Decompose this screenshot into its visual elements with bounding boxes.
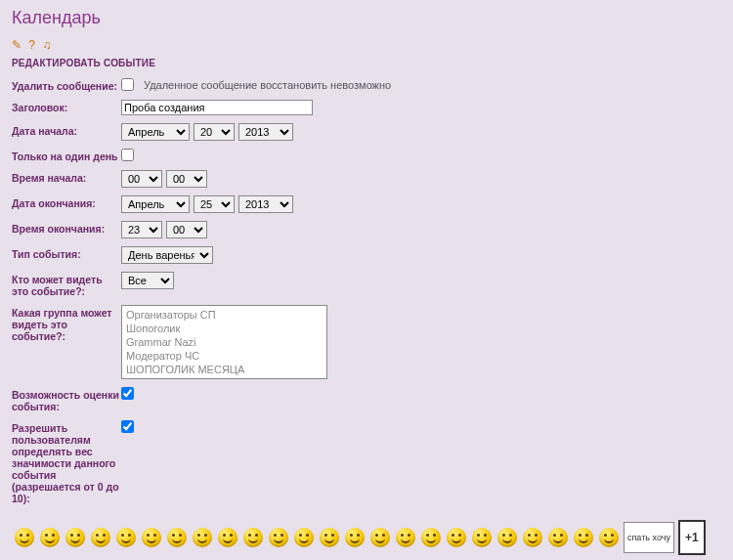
smiley-icon[interactable]: [65, 528, 85, 547]
smiley-icon[interactable]: [167, 528, 187, 547]
label-start-date: Дата начала:: [12, 123, 121, 137]
smiley-icon[interactable]: [269, 528, 288, 547]
icon-help[interactable]: ?: [28, 38, 35, 52]
start-min-select[interactable]: 00: [166, 170, 207, 188]
smiley-icon[interactable]: [574, 528, 593, 547]
start-day-select[interactable]: 20: [194, 123, 235, 141]
label-delete: Удалить сообщение:: [12, 78, 121, 92]
group-option[interactable]: Администраторы: [124, 376, 324, 379]
label-end-time: Время окончания:: [12, 221, 121, 235]
end-year-select[interactable]: 2013: [238, 195, 293, 213]
allow-weight-checkbox[interactable]: [121, 420, 134, 433]
end-month-select[interactable]: Апрель: [121, 195, 190, 213]
smiley-icon[interactable]: [294, 528, 314, 547]
icon-pencil[interactable]: ✎: [12, 38, 22, 52]
title-toolbar: ✎ ? ♫: [12, 38, 721, 52]
page-title: Календарь: [12, 8, 721, 28]
end-min-select[interactable]: 00: [166, 221, 207, 238]
smiley-icon[interactable]: [116, 528, 136, 547]
label-allow-rating: Возможность оценки события:: [12, 387, 121, 412]
label-start-time: Время начала:: [12, 170, 121, 184]
smiley-icon[interactable]: [472, 528, 492, 547]
label-one-day: Только на один день: [12, 149, 121, 162]
group-option[interactable]: Модератор ЧС: [124, 349, 324, 363]
badge-sleep[interactable]: спать хочу: [624, 522, 674, 553]
group-option[interactable]: ШОПОГОЛИК МЕСЯЦА: [124, 363, 324, 376]
who-sees-select[interactable]: Все: [121, 272, 174, 289]
label-headline: Заголовок:: [12, 100, 121, 113]
start-month-select[interactable]: Апрель: [121, 123, 190, 141]
end-day-select[interactable]: 25: [194, 195, 235, 213]
smiley-panel: спать хочу+1 THANK YOU!: [12, 518, 721, 560]
smiley-icon[interactable]: [497, 528, 517, 547]
smiley-icon[interactable]: [40, 528, 60, 547]
smiley-icon[interactable]: [421, 528, 441, 547]
group-listbox[interactable]: Организаторы СПШопоголикGrammar NaziМоде…: [121, 305, 327, 379]
label-end-date: Дата окончания:: [12, 195, 121, 209]
group-option[interactable]: Grammar Nazi: [124, 335, 324, 349]
smiley-icon[interactable]: [523, 528, 542, 547]
badge-plusone[interactable]: +1: [678, 520, 706, 555]
smiley-icon[interactable]: [599, 528, 619, 547]
smiley-icon[interactable]: [345, 528, 365, 547]
delete-checkbox[interactable]: [121, 78, 134, 91]
smiley-icon[interactable]: [396, 528, 415, 547]
title-input[interactable]: [121, 100, 313, 115]
smiley-icon[interactable]: [243, 528, 263, 547]
one-day-checkbox[interactable]: [121, 149, 134, 161]
allow-rating-checkbox[interactable]: [121, 387, 134, 400]
smiley-icon[interactable]: [142, 528, 161, 547]
smiley-icon[interactable]: [218, 528, 237, 547]
label-event-type: Тип события:: [12, 246, 121, 260]
label-which-group: Какая группа может видеть это событие?:: [12, 305, 121, 342]
icon-note[interactable]: ♫: [42, 38, 51, 52]
start-year-select[interactable]: 2013: [238, 123, 293, 141]
group-option[interactable]: Шопоголик: [124, 322, 324, 335]
delete-note: Удаленное сообщение восстановить невозмо…: [144, 79, 391, 91]
smiley-icon[interactable]: [370, 528, 390, 547]
smiley-icon[interactable]: [91, 528, 110, 547]
label-who-sees: Кто может видеть это событие?:: [12, 272, 121, 297]
section-title: РЕДАКТИРОВАТЬ СОБЫТИЕ: [12, 58, 721, 68]
smiley-icon[interactable]: [320, 528, 339, 547]
end-hour-select[interactable]: 23: [121, 221, 162, 238]
smiley-icon[interactable]: [548, 528, 568, 547]
label-allow-weight: Разрешить пользователям определять вес з…: [12, 420, 121, 504]
smiley-icon[interactable]: [15, 528, 34, 547]
smiley-icon[interactable]: [193, 528, 212, 547]
start-hour-select[interactable]: 00: [121, 170, 162, 188]
smiley-icon[interactable]: [447, 528, 466, 547]
event-type-select[interactable]: День варенья: [121, 246, 213, 264]
group-option[interactable]: Организаторы СП: [124, 308, 324, 322]
